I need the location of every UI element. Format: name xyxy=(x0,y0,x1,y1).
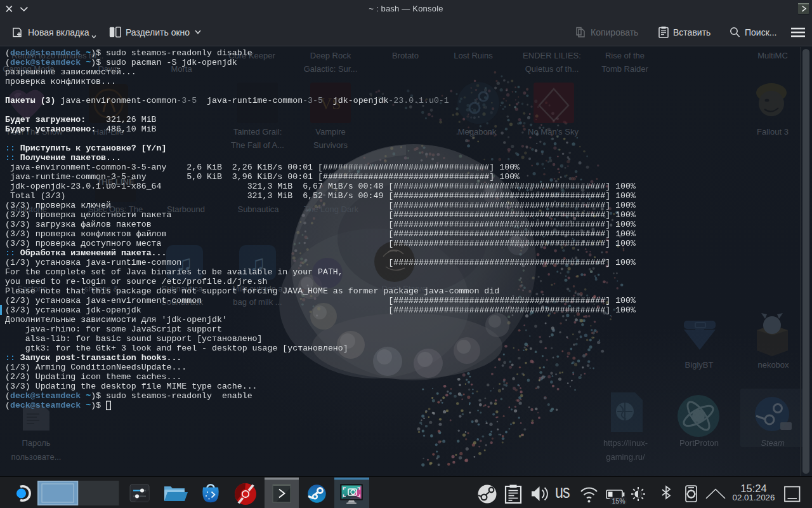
svg-text:15%: 15% xyxy=(612,497,625,505)
